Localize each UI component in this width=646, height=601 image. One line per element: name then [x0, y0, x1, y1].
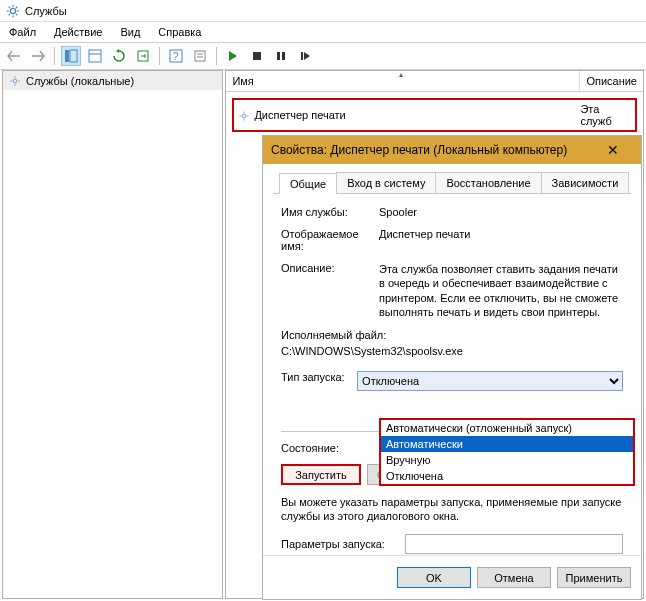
svg-rect-19	[253, 52, 261, 60]
pause-service-button[interactable]	[271, 46, 291, 66]
tree-pane: Службы (локальные)	[2, 70, 223, 599]
toolbar-separator	[54, 47, 55, 65]
svg-line-8	[16, 6, 17, 7]
forward-button[interactable]	[28, 46, 48, 66]
properties-button[interactable]	[190, 46, 210, 66]
tab-strip: Общие Вход в систему Восстановление Зави…	[273, 172, 631, 194]
show-tree-button[interactable]	[61, 46, 81, 66]
value-exe: C:\WINDOWS\System32\spoolsv.exe	[281, 345, 463, 357]
value-description: Эта служба позволяет ставить задания печ…	[379, 262, 623, 319]
svg-line-6	[16, 14, 17, 15]
start-button[interactable]: Запустить	[281, 464, 361, 485]
menu-file[interactable]: Файл	[0, 24, 45, 40]
value-service-name: Spooler	[379, 206, 623, 218]
label-state: Состояние:	[281, 442, 379, 454]
start-service-button[interactable]	[223, 46, 243, 66]
help-button[interactable]: ?	[166, 46, 186, 66]
menu-view[interactable]: Вид	[111, 24, 149, 40]
svg-rect-20	[277, 52, 280, 60]
option-auto[interactable]: Автоматически	[381, 436, 633, 452]
gear-icon	[9, 74, 21, 87]
menu-help[interactable]: Справка	[149, 24, 210, 40]
label-display-name: Отображаемое имя:	[281, 228, 379, 252]
label-exe: Исполняемый файл:	[281, 329, 386, 341]
svg-point-0	[10, 8, 15, 13]
toolbar-separator	[159, 47, 160, 65]
sort-up-icon: ▴	[399, 70, 403, 79]
option-disabled[interactable]: Отключена	[381, 468, 633, 484]
svg-text:?: ?	[173, 51, 179, 62]
toolbar-separator	[216, 47, 217, 65]
launch-params-input[interactable]	[405, 534, 623, 554]
svg-rect-9	[65, 50, 69, 62]
view-button[interactable]	[85, 46, 105, 66]
svg-point-23	[13, 79, 17, 83]
startup-type-dropdown: Автоматически (отложенный запуск) Автома…	[379, 418, 635, 486]
menubar: Файл Действие Вид Справка	[0, 22, 646, 42]
svg-rect-22	[301, 52, 303, 60]
menu-action[interactable]: Действие	[45, 24, 111, 40]
refresh-button[interactable]	[109, 46, 129, 66]
svg-rect-10	[70, 50, 77, 62]
back-button[interactable]	[4, 46, 24, 66]
list-item-name: Диспетчер печати	[254, 109, 345, 121]
tab-deps[interactable]: Зависимости	[541, 172, 630, 193]
cancel-button[interactable]: Отмена	[477, 567, 551, 588]
ok-button[interactable]: OK	[397, 567, 471, 588]
option-manual[interactable]: Вручную	[381, 452, 633, 468]
svg-rect-21	[282, 52, 285, 60]
app-icon	[6, 4, 20, 18]
value-display-name: Диспетчер печати	[379, 228, 623, 252]
startup-type-select[interactable]: Отключена	[357, 371, 623, 391]
list-item-desc: Эта служб	[576, 100, 635, 130]
dialog-title: Свойства: Диспетчер печати (Локальный ко…	[271, 143, 567, 157]
window-titlebar: Службы	[0, 0, 646, 22]
col-header-name[interactable]: Имя▴	[226, 71, 580, 91]
close-button[interactable]: ✕	[593, 142, 633, 158]
hint-text: Вы можете указать параметры запуска, при…	[281, 495, 623, 524]
restart-service-button[interactable]	[295, 46, 315, 66]
option-auto-delayed[interactable]: Автоматически (отложенный запуск)	[381, 420, 633, 436]
label-params: Параметры запуска:	[281, 538, 405, 550]
label-description: Описание:	[281, 262, 379, 319]
apply-button[interactable]: Применить	[557, 567, 631, 588]
export-button[interactable]	[133, 46, 153, 66]
tree-root-item[interactable]: Службы (локальные)	[3, 71, 222, 90]
tab-general[interactable]: Общие	[279, 173, 337, 194]
svg-line-5	[9, 6, 10, 7]
tree-root-label: Службы (локальные)	[26, 75, 134, 87]
properties-dialog: Свойства: Диспетчер печати (Локальный ко…	[262, 135, 642, 600]
svg-line-7	[9, 14, 10, 15]
svg-rect-16	[195, 51, 205, 61]
label-service-name: Имя службы:	[281, 206, 379, 218]
col-header-desc[interactable]: Описание	[580, 71, 643, 91]
gear-icon	[238, 108, 250, 121]
toolbar: ?	[0, 42, 646, 70]
label-startup-type: Тип запуска:	[281, 371, 357, 391]
tab-logon[interactable]: Вход в систему	[336, 172, 436, 193]
window-title: Службы	[25, 5, 67, 17]
list-item-print-spooler[interactable]: Диспетчер печати Эта служб	[232, 98, 637, 132]
svg-point-28	[243, 114, 247, 118]
tab-recovery[interactable]: Восстановление	[435, 172, 541, 193]
dialog-titlebar: Свойства: Диспетчер печати (Локальный ко…	[263, 136, 641, 164]
stop-service-button[interactable]	[247, 46, 267, 66]
dialog-footer: OK Отмена Применить	[263, 555, 641, 599]
list-header: Имя▴ Описание	[226, 71, 643, 92]
svg-rect-11	[89, 50, 101, 62]
